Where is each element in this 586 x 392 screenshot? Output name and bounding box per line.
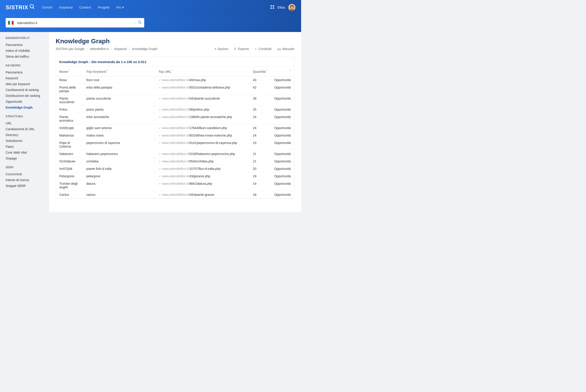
table-row[interactable]: /m/061qdzgiglio sant antonio↗www.edendei… bbox=[56, 124, 294, 132]
cell-url[interactable]: ↗www.edendeifiori.it/954/orchidea.php bbox=[155, 158, 250, 165]
cell-opportunity[interactable]: Opportunità bbox=[271, 113, 294, 124]
cell-url[interactable]: ↗www.edendeifiori.it/1386/le-piante-arom… bbox=[155, 113, 250, 124]
cell-url[interactable]: ↗www.edendeifiori.it/40/rosa.php bbox=[155, 76, 250, 84]
nav-più[interactable]: Più ▾ bbox=[116, 6, 124, 10]
sidebar-item[interactable]: Sottodomini bbox=[6, 138, 49, 144]
sidebar-item[interactable]: Concorrenti bbox=[6, 171, 49, 177]
help-icon[interactable]: ? bbox=[172, 70, 173, 72]
nav-domini[interactable]: Domini bbox=[42, 6, 53, 10]
sidebar-item[interactable]: Panoramica bbox=[6, 70, 49, 75]
cell-opportunity[interactable]: Opportunità bbox=[271, 158, 294, 165]
share-button[interactable]: ⇪Condividi bbox=[254, 47, 272, 51]
sidebar-item[interactable]: Idee per keyword bbox=[6, 81, 49, 87]
sidebar-item[interactable]: Knowledge Graph bbox=[6, 104, 49, 110]
breadcrumb-item[interactable]: Keyword bbox=[114, 47, 127, 51]
table-row[interactable]: Pepe di Caiennapeperoncino di cayenna↗ww… bbox=[56, 139, 294, 150]
cell-opportunity[interactable]: Opportunità bbox=[271, 180, 294, 191]
cell-opportunity[interactable]: Opportunità bbox=[271, 150, 294, 158]
cell-url[interactable]: ↗www.edendeifiori.it/info/piante-succule… bbox=[155, 94, 250, 106]
cell-url[interactable]: ↗www.edendeifiori.it/info/piante-grasse bbox=[155, 191, 250, 198]
svg-rect-2 bbox=[270, 5, 272, 6]
logo[interactable]: SISTRIX bbox=[6, 4, 35, 11]
cell-url[interactable]: ↗www.edendeifiori.it/802/althea-rosea-ma… bbox=[155, 132, 250, 139]
sidebar-item[interactable]: Directory bbox=[6, 132, 49, 138]
sidebar-item[interactable]: Paesi bbox=[6, 144, 49, 150]
cell-opportunity[interactable]: Opportunità bbox=[271, 191, 294, 198]
external-link-icon: ↗ bbox=[159, 108, 161, 111]
table-row[interactable]: Trombe degli angelidatura↗www.edendeifio… bbox=[56, 180, 294, 191]
cell-opportunity[interactable]: Opportunità bbox=[271, 165, 294, 172]
table-row[interactable]: Rosafiore rose↗www.edendeifiori.it/40/ro… bbox=[56, 76, 294, 84]
breadcrumb-item[interactable]: Knowledge Graph bbox=[132, 47, 157, 51]
sidebar-item[interactable]: Cambiamenti di URL bbox=[6, 126, 49, 132]
external-link-icon: ↗ bbox=[159, 134, 161, 137]
col-opp[interactable]: ? bbox=[271, 67, 294, 76]
help-icon[interactable]: ? bbox=[107, 70, 108, 72]
nav-content[interactable]: Content bbox=[79, 6, 91, 10]
options-button[interactable]: ▾Opzioni bbox=[215, 47, 228, 51]
manual-button[interactable]: 📖Manuale bbox=[277, 47, 294, 51]
star-icon[interactable]: ☆ bbox=[133, 21, 136, 25]
table-row[interactable]: Piante succulentepianta succulenta↗www.e… bbox=[56, 94, 294, 106]
table-row[interactable]: Piuma della pampaerba della pampas↗www.e… bbox=[56, 84, 294, 94]
flag-italy-icon[interactable] bbox=[8, 21, 14, 25]
table-row[interactable]: Orchidaceeorchidea↗www.edendeifiori.it/9… bbox=[56, 158, 294, 165]
col-name[interactable]: Nome? bbox=[56, 67, 83, 76]
cell-url[interactable]: ↗www.edendeifiori.it/43/geranio.php bbox=[155, 172, 250, 180]
sidebar-item[interactable]: Core Web Vital bbox=[6, 150, 49, 156]
nav-keyword[interactable]: Keyword bbox=[59, 6, 72, 10]
cell-opportunity[interactable]: Opportunità bbox=[271, 94, 294, 106]
sidebar-item[interactable]: Panoramica bbox=[6, 42, 49, 48]
sidebar-item[interactable]: Onpage bbox=[6, 156, 49, 161]
search-input[interactable] bbox=[17, 21, 131, 25]
avatar[interactable] bbox=[288, 4, 295, 11]
export-button[interactable]: ⬇Esporta bbox=[234, 47, 249, 51]
col-quantity[interactable]: Quantità? bbox=[250, 67, 271, 76]
sidebar-item[interactable]: Cambiamenti di ranking bbox=[6, 87, 49, 93]
search-icon[interactable] bbox=[138, 20, 142, 25]
cell-url[interactable]: ↗www.edendeifiori.it/9106/habanero-peper… bbox=[155, 150, 250, 158]
help-icon[interactable]: ? bbox=[69, 70, 70, 72]
cell-opportunity[interactable]: Opportunità bbox=[271, 106, 294, 113]
table-row[interactable]: /m/07j5dtpiante fichi d india↗www.edende… bbox=[56, 165, 294, 172]
nav-progetti[interactable]: Progetti bbox=[98, 6, 110, 10]
table-row[interactable]: Potospotos pianta↗www.edendeifiori.it/56… bbox=[56, 106, 294, 113]
table-row[interactable]: Cactuscactus↗www.edendeifiori.it/info/pi… bbox=[56, 191, 294, 198]
cell-opportunity[interactable]: Opportunità bbox=[271, 172, 294, 180]
sidebar-item[interactable]: Indice di Visibilità bbox=[6, 48, 49, 54]
col-top-keyword[interactable]: Top Keyword? bbox=[83, 67, 155, 76]
cell-url[interactable]: ↗www.edendeifiori.it/9531/cortaderia-sel… bbox=[155, 84, 250, 94]
sidebar-item[interactable]: Distribuzione dei ranking bbox=[6, 93, 49, 99]
cell-opportunity[interactable]: Opportunità bbox=[271, 124, 294, 132]
cell-url[interactable]: ↗www.edendeifiori.it/17643/lilium-candid… bbox=[155, 124, 250, 132]
sidebar-item[interactable]: Keyword bbox=[6, 75, 49, 81]
user-name[interactable]: Elisa bbox=[277, 6, 285, 9]
sidebar-item[interactable]: URL bbox=[6, 120, 49, 126]
help-icon[interactable]: ? bbox=[289, 70, 291, 72]
search-bar: ☆ bbox=[6, 18, 144, 28]
breadcrumb-item[interactable]: edendeifiori.it bbox=[90, 47, 109, 51]
cell-url[interactable]: ↗www.edendeifiori.it/8841/datura.php bbox=[155, 180, 250, 191]
sidebar-item[interactable]: Snippet SERP bbox=[6, 183, 49, 189]
cell-opportunity[interactable]: Opportunità bbox=[271, 139, 294, 150]
help-icon[interactable]: ? bbox=[266, 70, 268, 72]
svg-point-8 bbox=[138, 21, 141, 23]
cell-opportunity[interactable]: Opportunità bbox=[271, 76, 294, 84]
breadcrumb-item[interactable]: SISTRIX per Google bbox=[56, 47, 85, 51]
cell-url[interactable]: ↗www.edendeifiori.it/9141/peperoncino-di… bbox=[155, 139, 250, 150]
table-row[interactable]: Pelargoniopelargone↗www.edendeifiori.it/… bbox=[56, 172, 294, 180]
cell-keyword: orchidea bbox=[83, 158, 155, 165]
table-row[interactable]: Pianta aromaticaerbe aromatiche↗www.eden… bbox=[56, 113, 294, 124]
magnifier-icon bbox=[29, 4, 35, 11]
sidebar-item[interactable]: Intento di ricerca bbox=[6, 177, 49, 183]
cell-opportunity[interactable]: Opportunità bbox=[271, 84, 294, 94]
cell-opportunity[interactable]: Opportunità bbox=[271, 132, 294, 139]
table-row[interactable]: Habanerohabanero peperoncino↗www.edendei… bbox=[56, 150, 294, 158]
cell-url[interactable]: ↗www.edendeifiori.it/10707/fico-d-india.… bbox=[155, 165, 250, 172]
table-row[interactable]: Malvarosamalva rosea↗www.edendeifiori.it… bbox=[56, 132, 294, 139]
apps-icon[interactable] bbox=[270, 5, 274, 10]
sidebar-item[interactable]: Opportunità bbox=[6, 99, 49, 104]
sidebar-item[interactable]: Stima del traffico bbox=[6, 54, 49, 60]
cell-url[interactable]: ↗www.edendeifiori.it/56/pothos.php bbox=[155, 106, 250, 113]
col-top-url[interactable]: Top URL? bbox=[155, 67, 250, 76]
